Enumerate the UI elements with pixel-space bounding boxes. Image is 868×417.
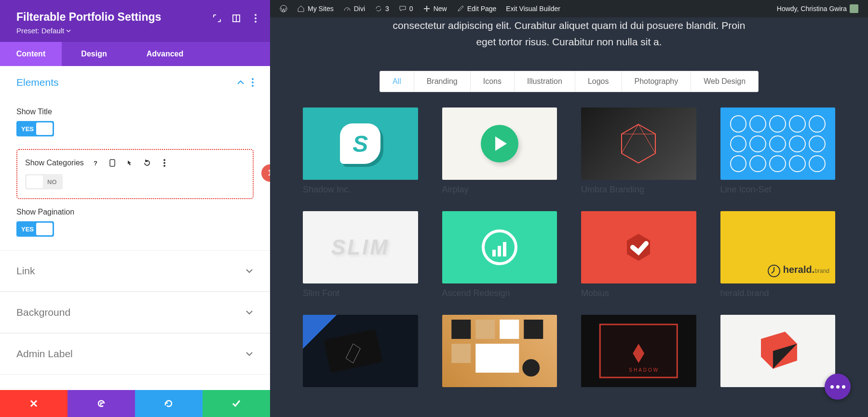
filter-photography[interactable]: Photography (622, 71, 692, 92)
filter-branding[interactable]: Branding (414, 71, 471, 92)
section-admin-label: Admin Label (0, 333, 270, 375)
field-show-pagination: Show Pagination YES (16, 208, 254, 237)
filter-logos[interactable]: Logos (575, 71, 622, 92)
wp-logo[interactable] (275, 5, 292, 13)
portfolio-item[interactable] (720, 315, 836, 387)
portfolio-item[interactable]: Mobius (581, 211, 696, 298)
svg-rect-9 (110, 160, 115, 166)
portfolio-item[interactable] (303, 315, 418, 387)
item-title: Airplay (442, 185, 557, 195)
undo-icon (96, 399, 106, 408)
portfolio-item[interactable] (442, 315, 557, 387)
reset-icon[interactable] (141, 157, 153, 169)
callout-badge: 1 (261, 164, 270, 182)
settings-panel: Filterable Portfolio Settings Preset: De… (0, 0, 270, 417)
portfolio-item[interactable]: S Shadow Inc. (303, 108, 418, 195)
preview-area: My Sites Divi 3 0 New Edit Page Exit Vis… (270, 0, 868, 417)
help-icon[interactable]: ? (89, 157, 101, 169)
portfolio-item[interactable]: Line Icon-Set (720, 108, 836, 195)
svg-point-12 (163, 165, 165, 167)
thumbnail (303, 315, 418, 387)
hover-icon[interactable] (123, 157, 136, 169)
site-name[interactable]: Divi (339, 5, 370, 13)
kebab-icon[interactable] (252, 78, 254, 87)
tab-design[interactable]: Design (62, 42, 126, 66)
svg-point-30 (522, 359, 540, 377)
device-icon[interactable] (106, 157, 119, 169)
portfolio-item[interactable]: herald.brand herald.brand (720, 211, 836, 298)
edit-page[interactable]: Edit Page (452, 5, 502, 13)
comments[interactable]: 0 (394, 5, 418, 13)
portfolio-item[interactable]: SHADOW (581, 315, 696, 387)
filter-illustration[interactable]: Illustration (515, 71, 575, 92)
item-title: Mobius (581, 288, 696, 298)
svg-point-11 (163, 162, 165, 164)
svg-point-3 (255, 17, 257, 19)
wordpress-icon (280, 5, 287, 13)
refresh-icon (375, 5, 382, 13)
howdy-user[interactable]: Howdy, Christina Gwira (772, 4, 863, 13)
save-button[interactable] (203, 390, 270, 417)
section-title: Elements (16, 77, 59, 88)
toggle-value: YES (21, 125, 34, 133)
portfolio-item[interactable]: Airplay (442, 108, 557, 195)
exit-visual-builder[interactable]: Exit Visual Builder (501, 5, 565, 13)
svg-point-4 (255, 21, 257, 23)
tab-content[interactable]: Content (0, 42, 62, 66)
panel-body: Elements Show Title YES Show Categories … (0, 66, 270, 390)
kebab-icon[interactable] (158, 157, 171, 169)
portfolio-filter: All Branding Icons Illustration Logos Ph… (289, 71, 849, 92)
kebab-icon[interactable] (251, 13, 260, 23)
redo-button[interactable] (135, 390, 203, 417)
portfolio-item[interactable]: SLIM Slim Font (303, 211, 418, 298)
cancel-button[interactable] (0, 390, 68, 417)
item-title: Slim Font (303, 288, 418, 298)
tab-advanced[interactable]: Advanced (126, 42, 203, 66)
filter-web-design[interactable]: Web Design (691, 71, 758, 92)
thumbnail (442, 315, 557, 387)
svg-point-2 (255, 14, 257, 16)
field-label: Show Categories (25, 159, 84, 167)
grid-icon[interactable] (231, 13, 241, 23)
svg-rect-22 (324, 329, 382, 373)
section-title: Admin Label (16, 348, 73, 360)
toggle-show-title[interactable]: YES (16, 121, 54, 136)
svg-rect-24 (451, 320, 471, 339)
toggle-show-pagination[interactable]: YES (16, 221, 54, 237)
lorem-text: consectetur adipiscing elit. Curabitur a… (289, 17, 849, 58)
toggle-show-categories[interactable]: NO (25, 174, 63, 189)
svg-point-10 (163, 159, 165, 161)
svg-rect-28 (451, 344, 471, 363)
gauge-icon (343, 5, 351, 13)
new[interactable]: New (418, 5, 452, 13)
updates[interactable]: 3 (370, 5, 394, 13)
chevron-down-icon (245, 350, 254, 358)
thumbnail (442, 108, 557, 180)
filter-icons[interactable]: Icons (471, 71, 515, 92)
portfolio-item[interactable]: Ascend Redesign (442, 211, 557, 298)
section-admin-label-head[interactable]: Admin Label (0, 334, 270, 375)
thumbnail: S (303, 108, 418, 180)
svg-marker-17 (622, 124, 655, 163)
svg-rect-25 (475, 320, 495, 339)
svg-point-7 (252, 85, 254, 87)
item-title: Ascend Redesign (442, 288, 557, 298)
expand-icon[interactable] (212, 13, 222, 23)
my-sites[interactable]: My Sites (292, 5, 339, 13)
filter-all[interactable]: All (380, 71, 414, 92)
section-elements-head[interactable]: Elements (0, 66, 270, 99)
redo-icon (164, 399, 174, 408)
preset-picker[interactable]: Preset: Default (16, 27, 71, 35)
svg-rect-26 (500, 320, 519, 339)
field-show-categories: Show Categories ? NO 1 (16, 149, 254, 199)
label: Howdy, Christina Gwira (777, 5, 847, 13)
portfolio-item[interactable]: Umbra Branding (581, 108, 696, 195)
undo-button[interactable] (68, 390, 135, 417)
close-icon (29, 399, 38, 408)
avatar (850, 4, 858, 13)
section-background-head[interactable]: Background (0, 292, 270, 333)
builder-fab[interactable] (825, 374, 851, 400)
item-title: herald.brand (720, 288, 836, 298)
section-link-head[interactable]: Link (0, 251, 270, 292)
pencil-icon (457, 5, 464, 13)
